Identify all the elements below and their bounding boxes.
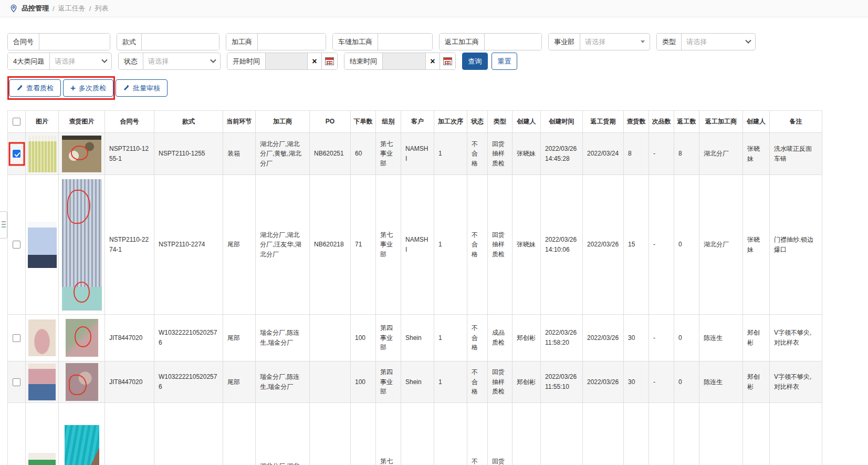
cell-style: NSTP2110-2274 bbox=[154, 175, 223, 315]
cell-order_qty: 100 bbox=[351, 361, 376, 403]
cell-status: 不合格 bbox=[467, 133, 488, 175]
cell-style: W1032222105202576 bbox=[154, 361, 223, 403]
sidebar-expand-handle[interactable] bbox=[0, 211, 7, 239]
breadcrumb-item-list[interactable]: 列表 bbox=[95, 4, 108, 13]
inspection-image[interactable] bbox=[66, 363, 98, 401]
cell-remark: 洗水唛正反面车错 bbox=[770, 133, 822, 175]
filter-group-rework-processor: 返工加工商 bbox=[439, 33, 542, 50]
end-time-input[interactable] bbox=[383, 53, 425, 69]
row-checkbox[interactable] bbox=[13, 241, 20, 249]
product-image[interactable] bbox=[28, 136, 57, 172]
multi-qc-label: 多次质检 bbox=[79, 84, 106, 93]
inspection-image[interactable] bbox=[65, 425, 99, 465]
cell-check bbox=[8, 403, 26, 465]
calendar-icon bbox=[443, 57, 452, 65]
cell-seq: 1 bbox=[434, 315, 467, 361]
product-image[interactable] bbox=[28, 319, 56, 356]
select-all-checkbox[interactable] bbox=[13, 118, 20, 126]
problem4-select[interactable]: 请选择 bbox=[50, 53, 111, 69]
cell-check bbox=[8, 133, 26, 175]
batch-audit-button[interactable]: 批量审核 bbox=[116, 79, 168, 97]
table-header: 图片查货图片合同号款式当前环节加工商PO下单数组别客户加工次序状态类型创建人创建… bbox=[8, 111, 822, 133]
search-button[interactable]: 查询 bbox=[462, 53, 488, 70]
start-time-calendar-button[interactable] bbox=[321, 53, 337, 69]
filter-label-start-time: 开始时间 bbox=[227, 53, 266, 69]
inspection-image[interactable] bbox=[62, 179, 102, 311]
cell-po: NB620218 bbox=[310, 175, 351, 315]
cell-check_qty bbox=[624, 403, 649, 465]
end-time-clear-button[interactable]: × bbox=[425, 53, 440, 69]
cell-defect_qty bbox=[649, 403, 674, 465]
status-select[interactable]: 请选择 bbox=[143, 53, 220, 69]
menu-lines-icon bbox=[2, 221, 6, 229]
cell-check_qty: 15 bbox=[624, 175, 649, 315]
defect-annotation bbox=[69, 375, 87, 396]
cell-img bbox=[26, 175, 59, 315]
cell-defect_qty: - bbox=[649, 315, 674, 361]
style-input[interactable] bbox=[142, 34, 219, 50]
column-header-po: PO bbox=[310, 111, 351, 133]
filter-label-type: 类型 bbox=[657, 34, 682, 50]
type-select[interactable]: 请选择 bbox=[682, 34, 755, 50]
rework-processor-input[interactable] bbox=[485, 34, 541, 50]
multi-qc-button[interactable]: + 多次质检 bbox=[63, 79, 113, 97]
view-qc-button[interactable]: 查看质检 bbox=[9, 79, 61, 97]
cell-order_qty: 60 bbox=[351, 133, 376, 175]
processor-input[interactable] bbox=[258, 34, 326, 50]
cell-seq bbox=[434, 403, 467, 465]
filter-group-start-time: 开始时间× bbox=[227, 53, 338, 70]
sewing-processor-input[interactable] bbox=[378, 34, 432, 50]
product-image[interactable] bbox=[28, 453, 56, 465]
column-header-status: 状态 bbox=[467, 111, 488, 133]
start-time-input[interactable] bbox=[266, 53, 307, 69]
product-image[interactable] bbox=[28, 222, 57, 268]
table-body: NSPT2110-1255-1NSPT2110-1255装箱湖北分厂,湖北分厂,… bbox=[8, 133, 822, 465]
breadcrumb-item-rework-task[interactable]: 返工任务 bbox=[58, 4, 86, 13]
row-checkbox[interactable] bbox=[13, 150, 20, 158]
row-checkbox[interactable] bbox=[13, 378, 20, 386]
defect-annotation bbox=[74, 282, 89, 303]
defect-annotation bbox=[75, 326, 91, 347]
cell-status: 不合格 bbox=[467, 315, 488, 361]
cell-defect_qty: - bbox=[649, 361, 674, 403]
filter-panel: 合同号款式加工商车缝加工商返工加工商事业部请选择类型请选择 4大类问题请选择状态… bbox=[0, 17, 868, 70]
cell-po bbox=[310, 315, 351, 361]
column-header-rework_qty: 返工数 bbox=[674, 111, 699, 133]
filter-row-1: 合同号款式加工商车缝加工商返工加工商事业部请选择类型请选择 bbox=[7, 33, 868, 50]
view-qc-label: 查看质检 bbox=[26, 84, 54, 93]
inspection-image[interactable] bbox=[62, 136, 101, 172]
start-time-clear-button[interactable]: × bbox=[307, 53, 321, 69]
contract-input[interactable] bbox=[39, 34, 110, 50]
reset-button[interactable]: 重置 bbox=[491, 53, 517, 70]
defect-annotation bbox=[71, 146, 89, 160]
cell-created: 2022/03/26 14:10:06 bbox=[541, 175, 583, 315]
cell-stage: 装箱 bbox=[223, 133, 256, 175]
cell-remark: V字领不够尖,对比样衣 bbox=[770, 315, 822, 361]
row-checkbox[interactable] bbox=[13, 334, 20, 342]
cell-rework_proc: 湖北分厂 bbox=[699, 175, 743, 315]
filter-group-contract: 合同号 bbox=[7, 33, 110, 50]
breadcrumb-item-quality-management[interactable]: 品控管理 bbox=[22, 4, 49, 13]
cell-type: 回货抽样质检 bbox=[488, 403, 513, 465]
table-row: NSPT2110-1255-1NSPT2110-1255装箱湖北分厂,湖北分厂,… bbox=[8, 133, 822, 175]
cell-creator2: 张晓妹 bbox=[743, 175, 770, 315]
cell-check bbox=[8, 175, 26, 315]
end-time-calendar-button[interactable] bbox=[440, 53, 455, 69]
cell-po bbox=[310, 403, 351, 465]
cell-po bbox=[310, 361, 351, 403]
table-row: NSDS2110-湖北分厂,湖北分厂第七事业部不合格回货抽样质检2022/03/… bbox=[8, 403, 822, 465]
cell-rework_proc: 湖北分厂 bbox=[699, 133, 743, 175]
filter-label-rework-processor: 返工加工商 bbox=[440, 34, 485, 50]
calendar-icon bbox=[325, 57, 334, 65]
product-image[interactable] bbox=[28, 364, 56, 400]
division-select[interactable]: 请选择 bbox=[580, 34, 650, 50]
cell-img bbox=[26, 133, 59, 175]
cell-check bbox=[8, 361, 26, 403]
inspection-image[interactable] bbox=[66, 319, 98, 357]
filter-group-division: 事业部请选择 bbox=[548, 33, 650, 50]
column-header-processor: 加工商 bbox=[256, 111, 310, 133]
filter-group-sewing-processor: 车缝加工商 bbox=[332, 33, 433, 50]
column-header-defect_qty: 次品数 bbox=[649, 111, 674, 133]
cell-checkimg bbox=[59, 403, 105, 465]
pencil-icon bbox=[123, 85, 130, 91]
